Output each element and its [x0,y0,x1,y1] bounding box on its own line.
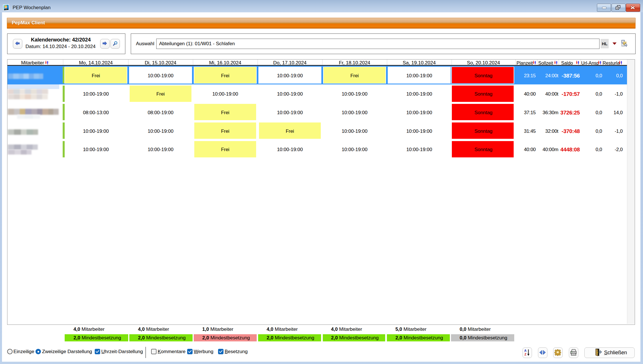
svg-text:A: A [524,349,527,352]
svg-text:Z: Z [525,353,527,356]
